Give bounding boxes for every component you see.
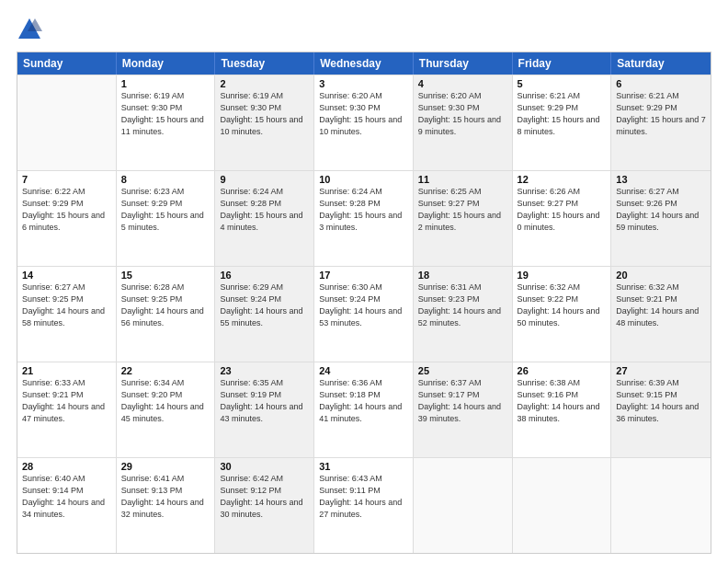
weekday-header-saturday: Saturday — [611, 52, 711, 75]
calendar-cell: 29Sunrise: 6:41 AMSunset: 9:13 PMDayligh… — [117, 458, 216, 553]
weekday-header-friday: Friday — [513, 52, 612, 75]
sunrise-text: Sunrise: 6:23 AM — [121, 186, 210, 198]
day-number: 10 — [319, 174, 408, 185]
daylight-text: Daylight: 14 hours and 38 minutes. — [518, 401, 607, 425]
calendar-cell: 10Sunrise: 6:24 AMSunset: 9:28 PMDayligh… — [314, 171, 414, 266]
sunrise-text: Sunrise: 6:38 AM — [518, 377, 607, 389]
daylight-text: Daylight: 14 hours and 58 minutes. — [22, 305, 111, 329]
calendar-cell: 15Sunrise: 6:28 AMSunset: 9:25 PMDayligh… — [117, 267, 216, 362]
sunset-text: Sunset: 9:17 PM — [418, 389, 507, 401]
sunset-text: Sunset: 9:25 PM — [121, 293, 210, 305]
daylight-text: Daylight: 14 hours and 53 minutes. — [319, 305, 408, 329]
calendar-cell: 7Sunrise: 6:22 AMSunset: 9:29 PMDaylight… — [17, 171, 117, 266]
calendar-cell: 18Sunrise: 6:31 AMSunset: 9:23 PMDayligh… — [414, 267, 513, 362]
day-number: 22 — [121, 365, 210, 376]
day-number: 9 — [220, 174, 309, 185]
calendar-cell: 2Sunrise: 6:19 AMSunset: 9:30 PMDaylight… — [215, 75, 314, 170]
sunrise-text: Sunrise: 6:19 AM — [121, 90, 210, 102]
sunrise-text: Sunrise: 6:28 AM — [121, 282, 210, 293]
sunrise-text: Sunrise: 6:20 AM — [319, 90, 408, 102]
daylight-text: Daylight: 14 hours and 56 minutes. — [121, 305, 210, 329]
daylight-text: Daylight: 14 hours and 52 minutes. — [418, 305, 507, 329]
daylight-text: Daylight: 15 hours and 5 minutes. — [121, 210, 210, 234]
sunset-text: Sunset: 9:29 PM — [616, 102, 706, 114]
sunrise-text: Sunrise: 6:22 AM — [22, 186, 111, 198]
daylight-text: Daylight: 14 hours and 43 minutes. — [220, 401, 309, 425]
calendar-cell: 22Sunrise: 6:34 AMSunset: 9:20 PMDayligh… — [117, 362, 216, 457]
sunrise-text: Sunrise: 6:24 AM — [319, 186, 408, 198]
daylight-text: Daylight: 15 hours and 6 minutes. — [22, 210, 111, 234]
calendar-cell — [414, 458, 513, 553]
daylight-text: Daylight: 15 hours and 8 minutes. — [518, 114, 607, 138]
day-number: 5 — [518, 78, 607, 89]
calendar-cell: 21Sunrise: 6:33 AMSunset: 9:21 PMDayligh… — [17, 362, 117, 457]
daylight-text: Daylight: 15 hours and 3 minutes. — [319, 210, 408, 234]
day-number: 7 — [22, 174, 111, 185]
sunrise-text: Sunrise: 6:21 AM — [518, 90, 607, 102]
sunset-text: Sunset: 9:25 PM — [22, 293, 111, 305]
sunset-text: Sunset: 9:13 PM — [121, 485, 210, 497]
calendar-cell: 8Sunrise: 6:23 AMSunset: 9:29 PMDaylight… — [117, 171, 216, 266]
weekday-header-wednesday: Wednesday — [314, 52, 414, 75]
sunset-text: Sunset: 9:23 PM — [418, 293, 507, 305]
sunset-text: Sunset: 9:30 PM — [121, 102, 210, 114]
sunrise-text: Sunrise: 6:39 AM — [616, 377, 706, 389]
logo-icon — [17, 17, 42, 42]
sunrise-text: Sunrise: 6:34 AM — [121, 377, 210, 389]
sunset-text: Sunset: 9:30 PM — [418, 102, 507, 114]
day-number: 20 — [616, 270, 706, 281]
sunset-text: Sunset: 9:11 PM — [319, 485, 408, 497]
daylight-text: Daylight: 15 hours and 11 minutes. — [121, 114, 210, 138]
day-number: 27 — [616, 365, 706, 376]
calendar-cell — [513, 458, 612, 553]
day-number: 6 — [616, 78, 706, 89]
calendar-cell: 31Sunrise: 6:43 AMSunset: 9:11 PMDayligh… — [314, 458, 414, 553]
sunset-text: Sunset: 9:30 PM — [220, 102, 309, 114]
daylight-text: Daylight: 14 hours and 55 minutes. — [220, 305, 309, 329]
day-number: 16 — [220, 270, 309, 281]
calendar-cell: 16Sunrise: 6:29 AMSunset: 9:24 PMDayligh… — [215, 267, 314, 362]
day-number: 17 — [319, 270, 408, 281]
sunrise-text: Sunrise: 6:27 AM — [22, 282, 111, 293]
daylight-text: Daylight: 14 hours and 30 minutes. — [220, 497, 309, 521]
day-number: 3 — [319, 78, 408, 89]
sunrise-text: Sunrise: 6:35 AM — [220, 377, 309, 389]
daylight-text: Daylight: 15 hours and 0 minutes. — [518, 210, 607, 234]
day-number: 25 — [418, 365, 507, 376]
sunrise-text: Sunrise: 6:26 AM — [518, 186, 607, 198]
sunrise-text: Sunrise: 6:20 AM — [418, 90, 507, 102]
calendar-cell: 4Sunrise: 6:20 AMSunset: 9:30 PMDaylight… — [414, 75, 513, 170]
weekday-header-sunday: Sunday — [17, 52, 117, 75]
calendar-cell: 26Sunrise: 6:38 AMSunset: 9:16 PMDayligh… — [513, 362, 612, 457]
sunset-text: Sunset: 9:30 PM — [319, 102, 408, 114]
weekday-header-tuesday: Tuesday — [215, 52, 314, 75]
daylight-text: Daylight: 15 hours and 10 minutes. — [319, 114, 408, 138]
daylight-text: Daylight: 15 hours and 9 minutes. — [418, 114, 507, 138]
calendar-cell: 20Sunrise: 6:32 AMSunset: 9:21 PMDayligh… — [611, 267, 711, 362]
day-number: 30 — [220, 461, 309, 472]
sunrise-text: Sunrise: 6:36 AM — [319, 377, 408, 389]
daylight-text: Daylight: 15 hours and 10 minutes. — [220, 114, 309, 138]
day-number: 26 — [518, 365, 607, 376]
calendar-cell: 25Sunrise: 6:37 AMSunset: 9:17 PMDayligh… — [414, 362, 513, 457]
header — [17, 17, 711, 42]
day-number: 1 — [121, 78, 210, 89]
day-number: 2 — [220, 78, 309, 89]
sunset-text: Sunset: 9:20 PM — [121, 389, 210, 401]
day-number: 31 — [319, 461, 408, 472]
calendar-body: 1Sunrise: 6:19 AMSunset: 9:30 PMDaylight… — [17, 75, 711, 553]
calendar-row-1: 1Sunrise: 6:19 AMSunset: 9:30 PMDaylight… — [17, 75, 711, 170]
sunrise-text: Sunrise: 6:32 AM — [518, 282, 607, 293]
daylight-text: Daylight: 14 hours and 36 minutes. — [616, 401, 706, 425]
sunrise-text: Sunrise: 6:25 AM — [418, 186, 507, 198]
sunset-text: Sunset: 9:28 PM — [220, 198, 309, 210]
calendar-cell: 17Sunrise: 6:30 AMSunset: 9:24 PMDayligh… — [314, 267, 414, 362]
day-number: 28 — [22, 461, 111, 472]
sunset-text: Sunset: 9:18 PM — [319, 389, 408, 401]
day-number: 8 — [121, 174, 210, 185]
day-number: 15 — [121, 270, 210, 281]
daylight-text: Daylight: 14 hours and 48 minutes. — [616, 305, 706, 329]
sunset-text: Sunset: 9:21 PM — [22, 389, 111, 401]
day-number: 29 — [121, 461, 210, 472]
sunset-text: Sunset: 9:19 PM — [220, 389, 309, 401]
